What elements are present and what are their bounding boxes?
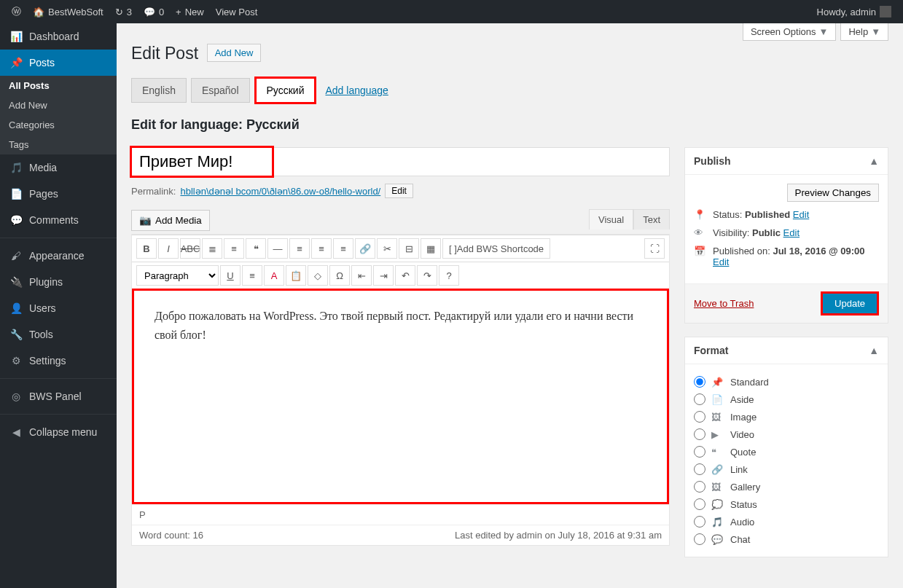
align-left-button[interactable]: ≡ (289, 238, 310, 259)
help-button[interactable]: Help ▼ (840, 23, 888, 41)
format-link[interactable]: 🔗Link (694, 460, 879, 478)
menu-pages[interactable]: 📄Pages (0, 181, 117, 207)
menu-dashboard[interactable]: 📊Dashboard (0, 23, 117, 50)
format-link-radio[interactable] (694, 463, 705, 475)
format-standard[interactable]: 📌Standard (694, 373, 879, 391)
justify-button[interactable]: ≡ (242, 265, 262, 286)
update-button[interactable]: Update (821, 291, 879, 315)
hr-button[interactable]: — (267, 238, 288, 259)
add-media-button[interactable]: 📷Add Media (131, 210, 210, 231)
number-list-button[interactable]: ≡ (224, 238, 244, 259)
site-home[interactable]: 🏠BestWebSoft (27, 0, 109, 23)
format-link-label: Link (730, 464, 748, 475)
special-char-button[interactable]: Ω (329, 265, 350, 286)
format-video[interactable]: ▶Video (694, 426, 879, 443)
strikethrough-button[interactable]: ABC (180, 238, 200, 259)
format-audio[interactable]: 🎵Audio (694, 513, 879, 530)
menu-media[interactable]: 🎵Media (0, 154, 117, 181)
paste-text-button[interactable]: 📋 (286, 265, 306, 286)
format-audio-radio[interactable] (694, 516, 705, 528)
submenu-categories[interactable]: Categories (0, 115, 117, 135)
format-aside-radio[interactable] (694, 393, 705, 405)
collapse-menu[interactable]: ◀Collapse menu (0, 419, 117, 445)
menu-bws-panel[interactable]: ◎BWS Panel (0, 383, 117, 409)
format-chat-radio[interactable] (694, 533, 705, 545)
indent-button[interactable]: ⇥ (373, 265, 394, 286)
format-quote-radio[interactable] (694, 446, 705, 458)
last-edited-info: Last edited by admin on July 18, 2016 at… (455, 530, 662, 541)
menu-tools[interactable]: 🔧Tools (0, 321, 117, 348)
unlink-button[interactable]: ✂ (377, 238, 397, 259)
undo-button[interactable]: ↶ (395, 265, 415, 286)
new-link[interactable]: +New (170, 0, 210, 23)
format-standard-radio[interactable] (694, 376, 705, 388)
text-tab[interactable]: Text (633, 209, 670, 230)
bws-shortcode-button[interactable]: [ ]Add BWS Shortcode (442, 238, 550, 259)
comments-link[interactable]: 💬0 (138, 0, 170, 23)
format-status-radio[interactable] (694, 498, 705, 510)
format-heading[interactable]: Format▲ (685, 337, 888, 364)
outdent-button[interactable]: ⇤ (351, 265, 372, 286)
updates-link[interactable]: ↻3 (109, 0, 138, 23)
bws-icon: ◎ (9, 389, 23, 404)
bws-shortcode-label: Add BWS Shortcode (457, 243, 544, 254)
visual-tab[interactable]: Visual (589, 209, 633, 230)
bold-button[interactable]: B (136, 238, 157, 259)
edit-visibility-link[interactable]: Edit (783, 227, 800, 238)
permalink-url[interactable]: hbllən\dənəl bcom/0\ðlən\86.ow-o8/hello-… (180, 186, 380, 197)
text-color-button[interactable]: A (264, 265, 284, 286)
paragraph-select[interactable]: Paragraph (136, 265, 219, 286)
format-quote[interactable]: ❝Quote (694, 443, 879, 460)
publish-heading[interactable]: Publish▲ (685, 148, 888, 175)
content-editor[interactable]: Добро пожаловать на WordPress. Это твой … (132, 289, 669, 504)
edit-permalink-button[interactable]: Edit (385, 184, 413, 198)
add-new-button[interactable]: Add New (207, 44, 262, 62)
screen-options-button[interactable]: Screen Options ▼ (743, 23, 836, 41)
submenu-tags[interactable]: Tags (0, 135, 117, 154)
format-video-radio[interactable] (694, 428, 705, 440)
menu-settings[interactable]: ⚙Settings (0, 348, 117, 374)
format-gallery-radio[interactable] (694, 481, 705, 493)
italic-button[interactable]: I (158, 238, 179, 259)
edit-date-link[interactable]: Edit (713, 256, 729, 267)
post-title-input[interactable] (131, 147, 670, 176)
view-post-label: View Post (216, 7, 258, 17)
account-link[interactable]: Howdy, admin (811, 0, 897, 23)
format-image[interactable]: 🖼Image (694, 408, 879, 426)
bullet-list-button[interactable]: ≣ (202, 238, 222, 259)
move-to-trash-link[interactable]: Move to Trash (694, 298, 754, 309)
align-right-button[interactable]: ≡ (333, 238, 353, 259)
status-value: Published (745, 209, 790, 220)
link-button[interactable]: 🔗 (355, 238, 375, 259)
format-aside[interactable]: 📄Aside (694, 391, 879, 408)
menu-plugins[interactable]: 🔌Plugins (0, 269, 117, 295)
format-image-radio[interactable] (694, 411, 705, 423)
align-center-button[interactable]: ≡ (311, 238, 332, 259)
view-post-link[interactable]: View Post (210, 0, 264, 23)
menu-appearance[interactable]: 🖌Appearance (0, 243, 117, 269)
menu-comments[interactable]: 💬Comments (0, 207, 117, 233)
wp-logo[interactable]: ⓦ (6, 0, 27, 23)
format-gallery[interactable]: 🖼Gallery (694, 478, 879, 495)
format-chat[interactable]: 💬Chat (694, 530, 879, 548)
plus-icon: + (176, 7, 181, 17)
tab-spanish[interactable]: Español (191, 78, 250, 103)
format-status[interactable]: 💭Status (694, 495, 879, 513)
blockquote-button[interactable]: ❝ (246, 238, 266, 259)
menu-posts[interactable]: 📌Posts (0, 50, 117, 76)
submenu-add-new[interactable]: Add New (0, 95, 117, 115)
toolbar-toggle-button[interactable]: ▦ (421, 238, 441, 259)
help-icon-button[interactable]: ? (439, 265, 459, 286)
preview-changes-button[interactable]: Preview Changes (787, 184, 879, 202)
menu-users[interactable]: 👤Users (0, 295, 117, 321)
add-language-link[interactable]: Add language (325, 85, 388, 96)
submenu-all-posts[interactable]: All Posts (0, 76, 117, 95)
tab-english[interactable]: English (131, 78, 187, 103)
underline-button[interactable]: U (220, 265, 241, 286)
fullscreen-button[interactable]: ⛶ (644, 238, 665, 259)
edit-status-link[interactable]: Edit (793, 209, 809, 220)
tab-russian[interactable]: Русский (254, 77, 317, 104)
read-more-button[interactable]: ⊟ (399, 238, 419, 259)
clear-format-button[interactable]: ◇ (308, 265, 328, 286)
redo-button[interactable]: ↷ (417, 265, 437, 286)
